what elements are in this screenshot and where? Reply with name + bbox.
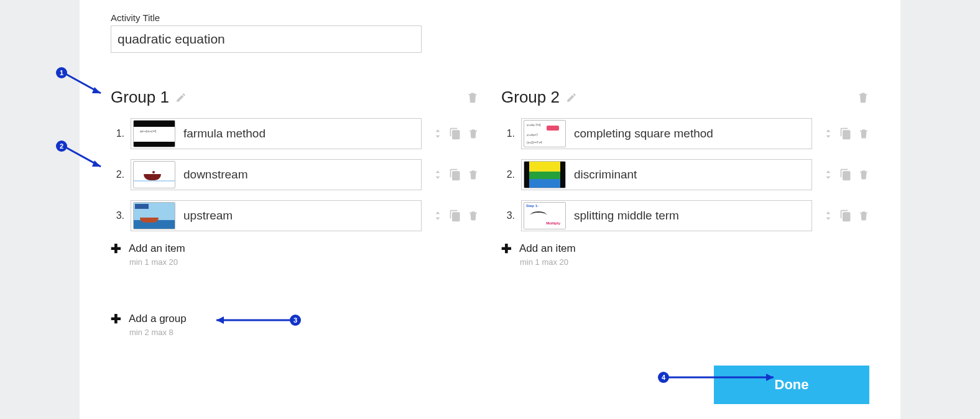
copy-icon[interactable] xyxy=(839,168,852,181)
item-actions xyxy=(433,168,479,182)
edit-icon[interactable] xyxy=(175,92,187,103)
add-item-button[interactable]: ✚ Add an item xyxy=(501,241,869,256)
add-item-label: Add an item xyxy=(129,242,185,255)
add-group-label: Add a group xyxy=(129,313,187,325)
copy-icon[interactable] xyxy=(449,210,461,222)
reorder-icon[interactable] xyxy=(823,168,833,182)
item-card[interactable]: discriminant xyxy=(521,159,812,190)
item-thumbnail[interactable] xyxy=(133,202,175,229)
item-actions xyxy=(823,127,869,140)
item-actions xyxy=(823,209,869,223)
item-card[interactable]: Step 1:Multiply splitting middle term xyxy=(521,200,812,231)
add-item-label: Add an item xyxy=(519,242,576,255)
svg-marker-1 xyxy=(92,87,101,93)
activity-editor-page: Activity Title Group 1 1. a xyxy=(80,0,900,419)
item-card[interactable]: ax²+bx+c=0 farmula method xyxy=(131,118,422,149)
trash-icon[interactable] xyxy=(858,168,869,181)
item-number: 3. xyxy=(501,210,515,221)
trash-icon[interactable] xyxy=(468,210,479,222)
item-number: 2. xyxy=(111,169,124,180)
copy-icon[interactable] xyxy=(449,127,461,140)
item-card[interactable]: downstream xyxy=(131,159,422,190)
item-actions xyxy=(433,127,479,140)
item-row: 1. x²+4x-7=0 x²+4x=7 (x+2)²=7+4 completi… xyxy=(501,118,869,149)
item-row: 3. upstream xyxy=(111,200,479,231)
item-label[interactable]: completing square method xyxy=(568,127,811,140)
copy-icon[interactable] xyxy=(839,127,852,140)
add-item-hint: min 1 max 20 xyxy=(129,257,479,267)
svg-line-2 xyxy=(63,146,101,167)
item-card[interactable]: x²+4x-7=0 x²+4x=7 (x+2)²=7+4 completing … xyxy=(521,118,812,149)
item-card[interactable]: upstream xyxy=(131,200,422,231)
edit-icon[interactable] xyxy=(566,92,577,103)
activity-title-label: Activity Title xyxy=(111,12,869,23)
trash-icon[interactable] xyxy=(857,91,869,104)
group-column: Group 2 1. x²+4x-7=0 x²+4x=7 (x+2)²=7+4 xyxy=(501,88,869,337)
add-item-button[interactable]: ✚ Add an item xyxy=(111,241,479,256)
item-row: 2. downstream xyxy=(111,159,479,190)
item-label[interactable]: farmula method xyxy=(177,127,421,140)
add-group-hint: min 2 max 8 xyxy=(129,328,479,337)
item-label[interactable]: splitting middle term xyxy=(568,209,811,223)
svg-marker-3 xyxy=(92,160,101,167)
plus-icon: ✚ xyxy=(501,241,512,256)
item-actions xyxy=(433,209,479,223)
group-title: Group 2 xyxy=(501,88,560,107)
item-row: 2. discriminant xyxy=(501,159,869,190)
item-thumbnail[interactable]: ax²+bx+c=0 xyxy=(133,120,175,147)
item-number: 1. xyxy=(111,128,124,139)
item-label[interactable]: downstream xyxy=(177,168,421,182)
item-thumbnail[interactable] xyxy=(133,161,175,188)
trash-icon[interactable] xyxy=(468,168,479,181)
add-item-hint: min 1 max 20 xyxy=(520,257,869,267)
reorder-icon[interactable] xyxy=(823,127,833,140)
copy-icon[interactable] xyxy=(839,210,852,222)
item-thumbnail[interactable]: Step 1:Multiply xyxy=(524,202,566,229)
done-button[interactable]: Done xyxy=(714,366,869,404)
svg-line-0 xyxy=(63,73,101,93)
groups-row: Group 1 1. ax²+bx+c=0 farmula method xyxy=(111,88,869,337)
reorder-icon[interactable] xyxy=(433,168,443,182)
item-actions xyxy=(823,168,869,182)
group-title: Group 1 xyxy=(111,88,169,107)
group-column: Group 1 1. ax²+bx+c=0 farmula method xyxy=(111,88,479,337)
group-header: Group 1 xyxy=(111,88,479,107)
item-number: 1. xyxy=(501,128,515,139)
reorder-icon[interactable] xyxy=(823,209,833,223)
trash-icon[interactable] xyxy=(858,210,869,222)
trash-icon[interactable] xyxy=(858,127,869,140)
item-number: 3. xyxy=(111,210,124,221)
title-field: Activity Title xyxy=(111,12,869,53)
trash-icon[interactable] xyxy=(468,127,479,140)
reorder-icon[interactable] xyxy=(433,209,443,223)
copy-icon[interactable] xyxy=(449,168,461,181)
group-header: Group 2 xyxy=(501,88,869,107)
add-group-button[interactable]: ✚ Add a group xyxy=(111,311,479,326)
activity-title-input[interactable] xyxy=(111,25,422,53)
item-row: 1. ax²+bx+c=0 farmula method xyxy=(111,118,479,149)
plus-icon: ✚ xyxy=(111,241,121,256)
plus-icon: ✚ xyxy=(111,311,121,326)
item-thumbnail[interactable] xyxy=(524,161,566,188)
item-label[interactable]: upstream xyxy=(177,209,421,223)
reorder-icon[interactable] xyxy=(433,127,443,140)
trash-icon[interactable] xyxy=(466,91,479,104)
item-label[interactable]: discriminant xyxy=(568,168,811,182)
item-number: 2. xyxy=(501,169,515,180)
item-row: 3. Step 1:Multiply splitting middle term xyxy=(501,200,869,231)
item-thumbnail[interactable]: x²+4x-7=0 x²+4x=7 (x+2)²=7+4 xyxy=(524,120,566,147)
